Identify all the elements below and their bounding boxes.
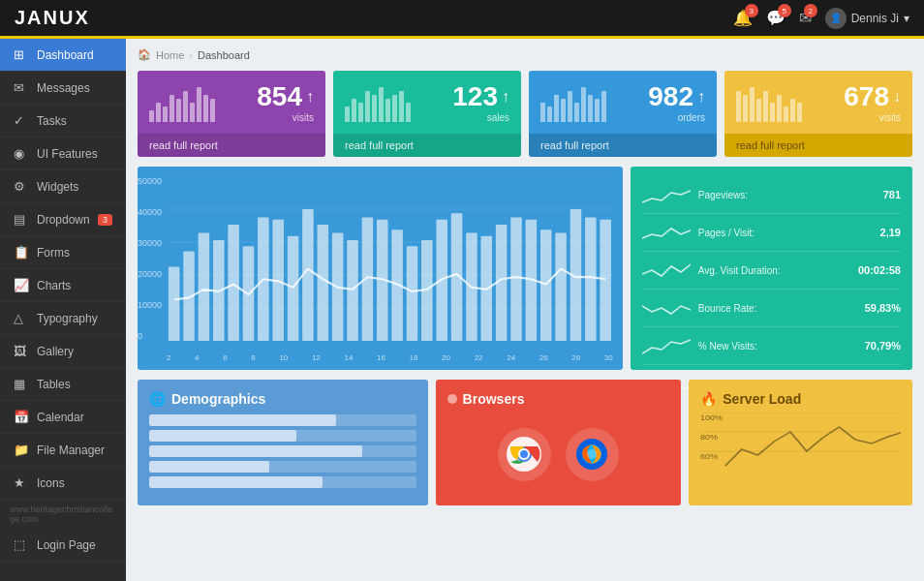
user-menu[interactable]: 👤 Dennis Ji ▾ bbox=[825, 8, 909, 29]
sidebar-item-login[interactable]: ⬚ Login Page bbox=[0, 529, 126, 562]
chat-badge: 5 bbox=[778, 4, 791, 17]
svg-rect-22 bbox=[407, 246, 418, 341]
sidebar-item-dashboard[interactable]: ⊞ Dashboard bbox=[0, 39, 126, 72]
arrow-up-icon: ↑ bbox=[502, 88, 509, 106]
sidebar-label-dashboard: Dashboard bbox=[37, 48, 94, 62]
demo-bar-row-1 bbox=[149, 414, 416, 426]
demo-bar-row-2 bbox=[149, 430, 416, 442]
mini-bar bbox=[197, 87, 201, 122]
x-label: 28 bbox=[571, 353, 580, 362]
sidebar-item-ui-features[interactable]: ◉ UI Features bbox=[0, 138, 126, 170]
chat-button[interactable]: 💬 5 bbox=[766, 9, 785, 27]
x-label: 16 bbox=[377, 353, 385, 362]
stats-value-pageviews: 781 bbox=[883, 189, 901, 200]
mini-bar bbox=[540, 103, 545, 122]
bottom-row: 🌐 Demographics bbox=[138, 380, 912, 505]
bell-button[interactable]: 🔔 3 bbox=[733, 9, 753, 27]
stats-row-avg-duration: Avg. Visit Duration: 00:02:58 bbox=[642, 252, 901, 290]
stats-value-pages-visit: 2,19 bbox=[880, 227, 901, 238]
mini-bar bbox=[379, 87, 384, 122]
mini-bar bbox=[149, 110, 154, 122]
mini-bar bbox=[365, 91, 370, 122]
sidebar-item-tables[interactable]: ▦ Tables bbox=[0, 368, 126, 401]
demographics-panel: 🌐 Demographics bbox=[138, 380, 428, 505]
sidebar-item-dropdown[interactable]: ▤ Dropdown 3 bbox=[0, 203, 126, 236]
mini-bar bbox=[763, 91, 768, 122]
chrome-icon bbox=[505, 435, 543, 474]
stats-panel: Pageviews: 781 Pages / Visit: 2,19 Avg. … bbox=[631, 167, 912, 370]
browsers-title: Browsers bbox=[447, 391, 670, 407]
mini-bar bbox=[372, 95, 377, 122]
sidebar-label-gallery: Gallery bbox=[37, 345, 74, 358]
sidebar-item-forms[interactable]: 📋 Forms bbox=[0, 236, 126, 269]
browser-icons bbox=[447, 414, 670, 494]
dropdown-icon: ▤ bbox=[14, 212, 29, 227]
mini-bar bbox=[581, 87, 586, 122]
pages-visit-mini-chart bbox=[642, 221, 691, 244]
charts-icon: 📈 bbox=[14, 278, 29, 292]
widgets-icon: ⚙ bbox=[14, 179, 29, 194]
svg-rect-16 bbox=[318, 225, 329, 341]
svg-text:60%: 60% bbox=[700, 453, 718, 461]
x-label: 24 bbox=[507, 353, 515, 362]
stat-card-link-visits[interactable]: read full report bbox=[138, 134, 325, 157]
mini-bar bbox=[777, 95, 782, 122]
stat-card-link-orders[interactable]: read full report bbox=[529, 134, 717, 157]
chart-y-labels: 50000 40000 30000 20000 10000 0 bbox=[138, 176, 167, 341]
sidebar-label-charts: Charts bbox=[37, 279, 71, 292]
sidebar-label-messages: Messages bbox=[37, 81, 90, 95]
mini-bar bbox=[743, 95, 748, 122]
svg-rect-35 bbox=[600, 220, 611, 341]
stats-value-new-visits: 70,79% bbox=[865, 340, 901, 352]
sidebar-item-calendar[interactable]: 📅 Calendar bbox=[0, 401, 126, 434]
sidebar-item-typography[interactable]: △ Typography bbox=[0, 302, 126, 335]
stat-card-top-sales: 123 ↑ sales bbox=[333, 71, 521, 134]
demographics-bars bbox=[149, 414, 416, 488]
arrow-up-icon: ↑ bbox=[697, 88, 705, 106]
sidebar-item-file-manager[interactable]: 📁 File Manager bbox=[0, 434, 126, 467]
mini-bar bbox=[547, 107, 552, 122]
sidebar-item-messages[interactable]: ✉ Messages bbox=[0, 72, 126, 105]
browsers-panel: Browsers bbox=[436, 380, 682, 505]
mini-bar bbox=[385, 99, 390, 122]
stat-label-orders: orders bbox=[648, 112, 705, 123]
sidebar-item-icons[interactable]: ★ Icons bbox=[0, 467, 126, 500]
visits2-mini-chart bbox=[736, 83, 802, 122]
stat-card-top-visits2: 678 ↓ visits bbox=[724, 71, 912, 134]
dropdown-badge: 3 bbox=[98, 214, 112, 226]
envelope-button[interactable]: ✉ 2 bbox=[799, 9, 812, 27]
sidebar-item-charts[interactable]: 📈 Charts bbox=[0, 269, 126, 302]
mini-bar bbox=[756, 99, 761, 122]
mini-bar bbox=[156, 103, 161, 122]
new-visits-mini-chart bbox=[642, 334, 691, 357]
envelope-badge: 2 bbox=[804, 4, 817, 17]
pageviews-mini-chart bbox=[642, 183, 691, 206]
sidebar-item-widgets[interactable]: ⚙ Widgets bbox=[0, 170, 126, 203]
dashboard-icon: ⊞ bbox=[14, 47, 29, 62]
sidebar-item-tasks[interactable]: ✓ Tasks bbox=[0, 105, 126, 138]
svg-rect-8 bbox=[199, 232, 210, 341]
breadcrumb-home[interactable]: Home bbox=[156, 49, 184, 61]
stat-card-link-visits2[interactable]: read full report bbox=[724, 134, 912, 157]
y-label: 0 bbox=[138, 331, 167, 341]
demo-bar-fill bbox=[149, 445, 362, 457]
arrow-down-icon: ↓ bbox=[893, 88, 901, 106]
bell-badge: 3 bbox=[745, 4, 758, 17]
stats-row-pages-visit: Pages / Visit: 2,19 bbox=[642, 214, 901, 252]
tables-icon: ▦ bbox=[14, 377, 29, 391]
demo-bar-track bbox=[149, 461, 416, 473]
sidebar-label-tasks: Tasks bbox=[37, 114, 67, 128]
sidebar-item-gallery[interactable]: 🖼 Gallery bbox=[0, 335, 126, 368]
stat-card-top-visits: 854 ↑ visits bbox=[138, 71, 325, 134]
sidebar-label-typography: Typography bbox=[37, 312, 98, 325]
mini-bar bbox=[588, 95, 593, 122]
x-label: 18 bbox=[410, 353, 418, 362]
sidebar-label-dropdown: Dropdown bbox=[37, 213, 90, 227]
stat-number-orders: 982 ↑ bbox=[648, 81, 705, 112]
stat-card-link-sales[interactable]: read full report bbox=[333, 134, 521, 157]
orders-mini-chart bbox=[540, 83, 606, 122]
server-load-panel: 🔥 Server Load 100% 80% 60% bbox=[689, 380, 912, 505]
login-icon: ⬚ bbox=[14, 537, 29, 552]
mini-bar bbox=[352, 99, 356, 122]
sidebar-label-calendar: Calendar bbox=[37, 411, 84, 424]
